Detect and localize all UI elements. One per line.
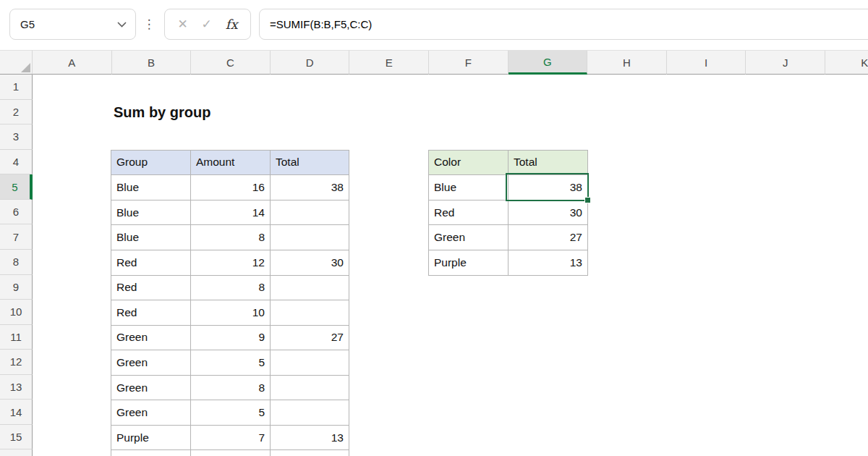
row-headers: 12345678910111213141516 — [0, 75, 33, 456]
column-header-h[interactable]: H — [587, 51, 667, 75]
data-cell[interactable]: 16 — [191, 175, 271, 200]
data-cell[interactable]: 38 — [271, 175, 349, 200]
data-cell[interactable]: 5 — [191, 350, 271, 376]
data-cell[interactable]: 12 — [191, 250, 271, 276]
summary-table: ColorTotalBlue38Red30Green27Purple13 — [428, 150, 588, 276]
data-cell[interactable]: Green — [111, 376, 191, 401]
data-cell[interactable] — [271, 350, 349, 376]
data-cell[interactable]: 10 — [191, 300, 271, 326]
formula-buttons: ✕ ✓ fx — [164, 9, 251, 40]
row-header-4[interactable]: 4 — [0, 150, 33, 175]
header-cell[interactable]: Color — [429, 151, 509, 176]
fill-handle[interactable] — [584, 197, 591, 203]
data-cell[interactable]: Green — [111, 400, 191, 426]
data-cell[interactable] — [271, 276, 349, 301]
data-cell[interactable]: Purple — [111, 450, 191, 456]
row-header-11[interactable]: 11 — [0, 325, 33, 350]
data-cell[interactable]: Green — [429, 225, 509, 250]
data-cell[interactable]: Blue — [111, 225, 191, 250]
column-header-a[interactable]: A — [33, 51, 112, 75]
header-cell[interactable]: Total — [271, 151, 349, 176]
row-header-13[interactable]: 13 — [0, 375, 33, 400]
data-cell[interactable] — [271, 300, 349, 326]
row-header-6[interactable]: 6 — [0, 200, 33, 225]
row-header-5[interactable]: 5 — [0, 174, 33, 200]
data-cell[interactable]: 27 — [509, 225, 588, 250]
data-cell[interactable] — [271, 400, 349, 426]
column-header-b[interactable]: B — [112, 51, 192, 75]
column-header-j[interactable]: J — [746, 51, 825, 75]
data-cell[interactable]: 14 — [191, 200, 271, 226]
data-cell[interactable]: Blue — [429, 175, 509, 200]
data-cell[interactable]: Green — [111, 350, 191, 376]
data-cell[interactable]: Purple — [111, 426, 191, 451]
column-header-d[interactable]: D — [271, 51, 350, 75]
data-cell[interactable] — [271, 450, 349, 456]
data-cell[interactable] — [271, 200, 349, 226]
row-header-2[interactable]: 2 — [0, 100, 33, 125]
row-header-3[interactable]: 3 — [0, 124, 33, 150]
select-all-triangle-icon — [21, 63, 30, 72]
header-cell[interactable]: Total — [509, 151, 588, 176]
data-cell[interactable]: 30 — [271, 250, 349, 276]
data-cell[interactable]: 27 — [271, 326, 349, 351]
column-headers: ABCDEFGHIJK — [33, 50, 868, 75]
row-header-8[interactable]: 8 — [0, 250, 33, 275]
data-cell[interactable]: 8 — [191, 225, 271, 250]
data-cell[interactable]: Red — [111, 300, 191, 326]
row-header-10[interactable]: 10 — [0, 300, 33, 325]
data-cell[interactable]: 7 — [191, 426, 271, 451]
data-cell[interactable]: 9 — [191, 326, 271, 351]
row-header-15[interactable]: 15 — [0, 425, 33, 450]
column-header-e[interactable]: E — [349, 51, 429, 75]
separator-dots-icon: ⋮ — [142, 9, 156, 40]
data-cell[interactable]: Blue — [111, 175, 191, 200]
sheet-title-cell[interactable]: Sum by group — [114, 100, 210, 124]
enter-icon[interactable]: ✓ — [202, 17, 212, 32]
data-cell[interactable]: Blue — [111, 200, 191, 226]
data-cell[interactable]: 8 — [191, 376, 271, 401]
column-header-f[interactable]: F — [429, 51, 509, 75]
row-header-7[interactable]: 7 — [0, 224, 33, 250]
data-cell[interactable]: Red — [429, 200, 509, 226]
row-header-1[interactable]: 1 — [0, 75, 33, 100]
data-cell[interactable]: 13 — [509, 250, 588, 276]
column-header-i[interactable]: I — [667, 51, 746, 75]
sheet-area: Sum by group GroupAmountTotalBlue1638Blu… — [33, 75, 868, 456]
cancel-icon[interactable]: ✕ — [177, 17, 187, 32]
row-header-12[interactable]: 12 — [0, 350, 33, 375]
select-all-corner[interactable] — [0, 50, 33, 75]
header-cell[interactable]: Amount — [191, 151, 271, 176]
insert-function-icon[interactable]: fx — [226, 17, 238, 32]
data-cell[interactable] — [271, 376, 349, 401]
data-cell[interactable]: 8 — [191, 276, 271, 301]
column-header-g[interactable]: G — [509, 51, 588, 75]
data-cell[interactable]: 13 — [271, 426, 349, 451]
name-box-value: G5 — [20, 18, 35, 30]
formula-toolbar: G5 ⋮ ✕ ✓ fx =SUMIF(B:B,F5,C:C) — [0, 0, 868, 50]
row-header-16[interactable]: 16 — [0, 449, 33, 456]
source-table: GroupAmountTotalBlue1638Blue14Blue8Red12… — [111, 150, 349, 456]
row-header-14[interactable]: 14 — [0, 400, 33, 425]
data-cell[interactable] — [271, 225, 349, 250]
name-box[interactable]: G5 — [9, 9, 136, 40]
data-cell[interactable]: Red — [111, 250, 191, 276]
formula-bar[interactable]: =SUMIF(B:B,F5,C:C) — [259, 9, 868, 40]
chevron-down-icon[interactable] — [117, 22, 127, 28]
formula-text: =SUMIF(B:B,F5,C:C) — [270, 18, 372, 30]
data-cell[interactable]: Green — [111, 326, 191, 351]
header-cell[interactable]: Group — [111, 151, 191, 176]
column-header-k[interactable]: K — [825, 51, 868, 75]
data-cell[interactable]: 30 — [509, 200, 588, 226]
data-cell[interactable]: 2 — [191, 450, 271, 456]
data-cell[interactable]: 5 — [191, 400, 271, 426]
data-cell[interactable]: Red — [111, 276, 191, 301]
data-cell[interactable]: Purple — [429, 250, 509, 276]
active-cell-border[interactable] — [506, 173, 589, 201]
row-header-9[interactable]: 9 — [0, 275, 33, 300]
column-header-c[interactable]: C — [191, 51, 271, 75]
